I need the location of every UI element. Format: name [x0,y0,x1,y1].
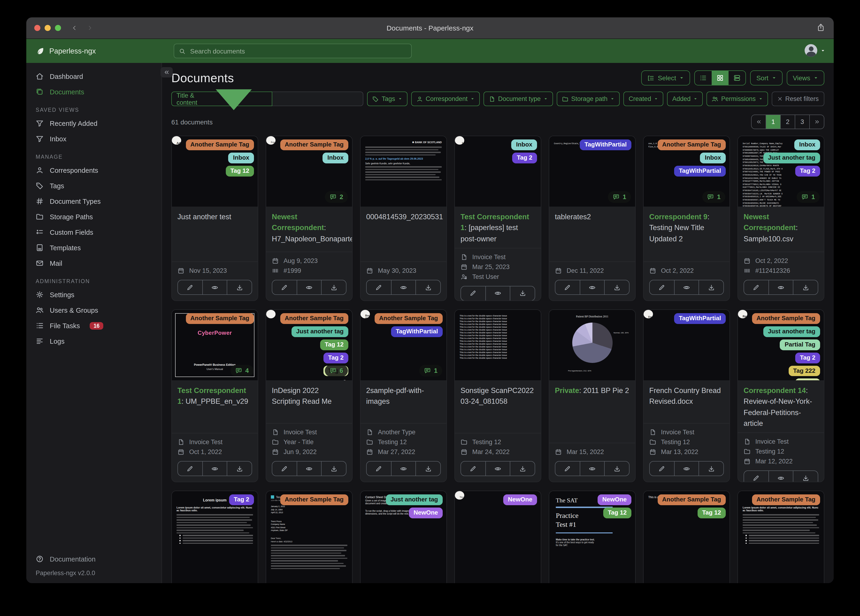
tag-pill[interactable]: NewOne [598,494,631,505]
user-menu[interactable] [805,44,825,57]
document-card[interactable]: Lorem ipsumLorem ipsum dolor sit amet, c… [171,491,258,583]
comment-badge[interactable]: 6 [325,365,348,377]
document-title[interactable]: tablerates2 [549,207,635,261]
sidebar-item-file-tasks[interactable]: File Tasks16 [26,318,162,333]
preview-button[interactable] [769,471,793,482]
edit-button[interactable] [272,462,297,476]
sidebar-item-tags[interactable]: Tags [26,178,162,193]
download-button[interactable] [228,280,252,294]
document-card[interactable]: Medical TeacherHas the new Kirkpatrick g… [454,136,541,301]
sidebar-item-logs[interactable]: Logs [26,333,162,349]
document-thumbnail-area[interactable]: Lorem ipsumLorem ipsum dolor sit amet, c… [172,491,258,583]
tag-pill[interactable]: Another Sample Tag [186,313,254,324]
document-card[interactable]: Serial Number,Company Name,Employ 978818… [738,136,824,301]
sidebar-item-inbox[interactable]: Inbox [26,131,162,146]
document-thumbnail-area[interactable]: This is a test for the double space char… [455,310,541,380]
document-thumbnail-area[interactable]: ✸ BANK OF SCOTLAND2,0 % p. a. auf Ihr Ta… [361,136,446,207]
document-card[interactable]: InDesign Scripting DocumentationAnother … [266,310,353,482]
tag-pill[interactable]: Another Sample Tag [752,313,820,324]
document-title[interactable]: Correspondent 9: Testing New Title Updat… [643,207,730,261]
preview-button[interactable] [391,280,416,294]
preview-button[interactable] [580,280,605,294]
comment-badge[interactable]: 1 [703,191,725,203]
sidebar-item-storage-paths[interactable]: Storage Paths [26,209,162,225]
tag-pill[interactable]: TagWithPartial [674,166,726,176]
tag-pill[interactable]: Just another tag [763,326,820,337]
tag-pill[interactable]: Inbox [323,152,348,163]
download-button[interactable] [794,471,818,482]
download-button[interactable] [794,280,818,294]
pagination-page-2[interactable]: 2 [781,115,795,129]
download-button[interactable] [605,280,629,294]
preview-button[interactable] [297,462,322,476]
tag-pill[interactable]: Just another tag [292,326,348,337]
document-thumbnail-area[interactable]: Lorem ipsumLorem ipsum dolor sit amet, c… [738,491,824,583]
sidebar-item-mail[interactable]: Mail [26,255,162,271]
document-thumbnail-area[interactable]: CyberPowerPowerPanel® Business EditionUs… [172,310,258,380]
sidebar-item-document-types[interactable]: Document Types [26,193,162,209]
tag-pill[interactable]: Another Sample Tag [280,494,348,505]
pagination-last[interactable] [810,115,824,129]
document-card[interactable]: Contact Sheet DemoGiven a set of image f… [360,491,447,583]
tag-pill[interactable]: Tag 12 [226,166,254,176]
zoom-window-button[interactable] [55,25,61,31]
edit-button[interactable] [178,280,202,294]
filter-button-tags[interactable]: Tags [367,91,407,106]
document-thumbnail-area[interactable]: one,1.0 five,5.0Another Sample TagInboxT… [643,136,730,207]
share-icon[interactable] [816,23,825,32]
document-title[interactable]: Test Correspondent 1: [paperless] test p… [455,207,541,248]
tag-pill[interactable]: Another Sample Tag [658,494,726,505]
comment-badge[interactable]: 1 [797,191,820,203]
tag-pill[interactable]: TagWithPartial [580,140,631,150]
forward-icon[interactable] [87,25,93,31]
comment-badge[interactable]: 4 [231,365,254,377]
close-window-button[interactable] [34,25,40,31]
tag-pill[interactable]: Tag 222 [788,366,820,376]
tag-pill[interactable]: Tag 2 [795,166,820,176]
preview-button[interactable] [202,462,227,476]
tag-pill[interactable]: Just another tag [386,494,443,505]
pagination-page-1[interactable]: 1 [766,115,781,129]
document-card[interactable]: The SATPracticeTest #1Make time to take … [549,491,636,583]
views-button[interactable]: Views [787,71,824,85]
document-title[interactable]: Newest Correspondent: H7_Napoleon_Bonapa… [266,207,352,251]
reset-filters-button[interactable]: Reset filters [772,91,824,106]
tag-pill[interactable]: Tag 2 [323,352,348,363]
document-correspondent[interactable]: Newest Correspondent [272,213,324,232]
sidebar-item-dashboard[interactable]: Dashboard [26,69,162,84]
preview-button[interactable] [297,280,322,294]
document-correspondent[interactable]: Correspondent 9 [649,213,708,221]
document-thumbnail-area[interactable]: Medical TeacherHas the new Kirkpatrick g… [455,136,541,207]
tag-pill[interactable]: Tag 3 [795,379,820,380]
edit-button[interactable] [367,280,391,294]
tag-pill[interactable]: Tag 12 [603,508,631,519]
document-card[interactable]: Patient BP Distribution 2011Normal, 150,… [549,310,636,482]
tag-pill[interactable]: Inbox [794,140,820,150]
filter-button-added[interactable]: Added [667,91,703,106]
pagination-first[interactable] [752,115,766,129]
preview-button[interactable] [674,280,699,294]
document-title[interactable]: Newest Correspondent: Sample100.csv [738,207,824,251]
document-thumbnail-area[interactable]: Patient BP Distribution 2011Normal, 150,… [549,310,635,380]
document-card[interactable]: Country,Region/State,"…"TagWithPartial1t… [549,136,636,301]
document-thumbnail-area[interactable]: French Country BreadFor the LeavenMake t… [643,310,730,380]
brand[interactable]: Paperless-ngx [36,47,96,55]
document-title[interactable]: Test Correspondent 1: UM_PPBE_en_v29 [172,380,258,433]
sidebar-item-correspondents[interactable]: Correspondents [26,162,162,178]
document-correspondent[interactable]: Newest Correspondent [744,213,796,232]
tag-pill[interactable]: Tag 2 [512,152,537,163]
preview-button[interactable] [486,462,510,476]
download-button[interactable] [416,462,440,476]
filter-button-created[interactable]: Created [623,91,663,106]
list-view-button[interactable] [695,71,712,85]
tag-pill[interactable]: TagWithPartial [391,326,443,337]
document-card[interactable]: This is a testAnother Sample TagTag 12 [643,491,730,583]
document-card[interactable]: Review of Arbitral Awards Shows Swift Re… [738,310,824,482]
comment-badge[interactable]: 1 [608,191,631,203]
sidebar-item-documentation[interactable]: Documentation [26,551,162,567]
document-title[interactable]: Sonstige ScanPC2022 03-24_081058 [455,380,541,433]
filter-text-input[interactable] [272,91,363,106]
document-correspondent[interactable]: Correspondent 14 [744,387,806,394]
edit-button[interactable] [650,462,674,476]
sidebar-item-users-groups[interactable]: Users & Groups [26,302,162,318]
